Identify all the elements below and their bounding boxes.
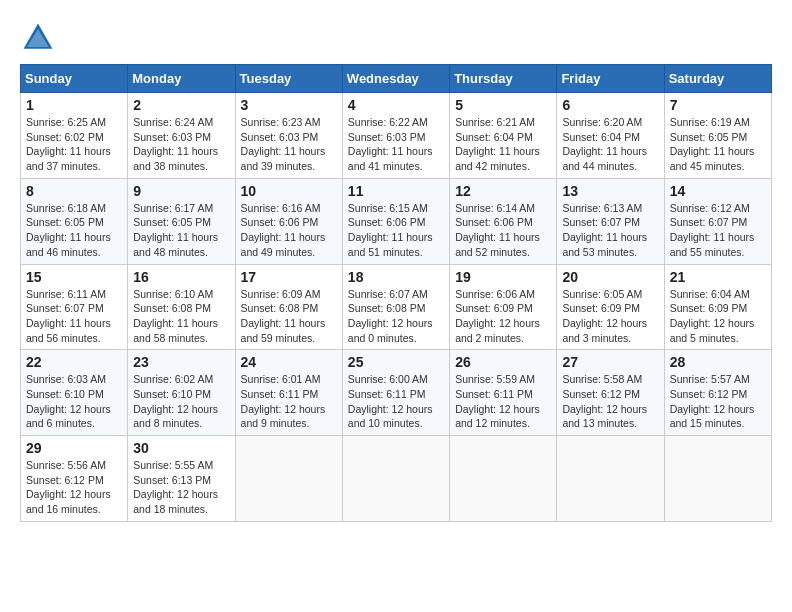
day-number: 19: [455, 269, 551, 285]
day-number: 15: [26, 269, 122, 285]
calendar-day-cell: 17 Sunrise: 6:09 AM Sunset: 6:08 PM Dayl…: [235, 264, 342, 350]
calendar-day-cell: 11 Sunrise: 6:15 AM Sunset: 6:06 PM Dayl…: [342, 178, 449, 264]
calendar-day-cell: 6 Sunrise: 6:20 AM Sunset: 6:04 PM Dayli…: [557, 93, 664, 179]
day-number: 8: [26, 183, 122, 199]
calendar-day-cell: 28 Sunrise: 5:57 AM Sunset: 6:12 PM Dayl…: [664, 350, 771, 436]
day-number: 13: [562, 183, 658, 199]
calendar-week-row: 8 Sunrise: 6:18 AM Sunset: 6:05 PM Dayli…: [21, 178, 772, 264]
day-info: Sunrise: 6:09 AM Sunset: 6:08 PM Dayligh…: [241, 287, 337, 346]
calendar-day-cell: 2 Sunrise: 6:24 AM Sunset: 6:03 PM Dayli…: [128, 93, 235, 179]
day-info: Sunrise: 6:24 AM Sunset: 6:03 PM Dayligh…: [133, 115, 229, 174]
calendar-day-cell: 3 Sunrise: 6:23 AM Sunset: 6:03 PM Dayli…: [235, 93, 342, 179]
weekday-header: Wednesday: [342, 65, 449, 93]
day-info: Sunrise: 6:05 AM Sunset: 6:09 PM Dayligh…: [562, 287, 658, 346]
day-number: 20: [562, 269, 658, 285]
day-info: Sunrise: 6:22 AM Sunset: 6:03 PM Dayligh…: [348, 115, 444, 174]
calendar-day-cell: 7 Sunrise: 6:19 AM Sunset: 6:05 PM Dayli…: [664, 93, 771, 179]
calendar-day-cell: [557, 436, 664, 522]
calendar-day-cell: 24 Sunrise: 6:01 AM Sunset: 6:11 PM Dayl…: [235, 350, 342, 436]
day-number: 21: [670, 269, 766, 285]
day-number: 25: [348, 354, 444, 370]
day-number: 3: [241, 97, 337, 113]
day-info: Sunrise: 6:02 AM Sunset: 6:10 PM Dayligh…: [133, 372, 229, 431]
day-number: 22: [26, 354, 122, 370]
calendar-day-cell: 26 Sunrise: 5:59 AM Sunset: 6:11 PM Dayl…: [450, 350, 557, 436]
day-info: Sunrise: 6:19 AM Sunset: 6:05 PM Dayligh…: [670, 115, 766, 174]
day-number: 9: [133, 183, 229, 199]
day-number: 7: [670, 97, 766, 113]
calendar-header-row: SundayMondayTuesdayWednesdayThursdayFrid…: [21, 65, 772, 93]
day-info: Sunrise: 6:18 AM Sunset: 6:05 PM Dayligh…: [26, 201, 122, 260]
day-number: 30: [133, 440, 229, 456]
calendar-day-cell: 9 Sunrise: 6:17 AM Sunset: 6:05 PM Dayli…: [128, 178, 235, 264]
day-info: Sunrise: 5:57 AM Sunset: 6:12 PM Dayligh…: [670, 372, 766, 431]
day-number: 5: [455, 97, 551, 113]
day-info: Sunrise: 6:11 AM Sunset: 6:07 PM Dayligh…: [26, 287, 122, 346]
calendar-week-row: 1 Sunrise: 6:25 AM Sunset: 6:02 PM Dayli…: [21, 93, 772, 179]
calendar-day-cell: 14 Sunrise: 6:12 AM Sunset: 6:07 PM Dayl…: [664, 178, 771, 264]
day-number: 16: [133, 269, 229, 285]
day-info: Sunrise: 6:21 AM Sunset: 6:04 PM Dayligh…: [455, 115, 551, 174]
calendar-day-cell: 16 Sunrise: 6:10 AM Sunset: 6:08 PM Dayl…: [128, 264, 235, 350]
day-number: 6: [562, 97, 658, 113]
calendar-day-cell: 29 Sunrise: 5:56 AM Sunset: 6:12 PM Dayl…: [21, 436, 128, 522]
calendar-day-cell: [235, 436, 342, 522]
calendar-day-cell: 13 Sunrise: 6:13 AM Sunset: 6:07 PM Dayl…: [557, 178, 664, 264]
day-info: Sunrise: 6:07 AM Sunset: 6:08 PM Dayligh…: [348, 287, 444, 346]
calendar-day-cell: 20 Sunrise: 6:05 AM Sunset: 6:09 PM Dayl…: [557, 264, 664, 350]
weekday-header: Thursday: [450, 65, 557, 93]
day-number: 24: [241, 354, 337, 370]
day-number: 26: [455, 354, 551, 370]
day-number: 11: [348, 183, 444, 199]
day-info: Sunrise: 6:20 AM Sunset: 6:04 PM Dayligh…: [562, 115, 658, 174]
day-number: 28: [670, 354, 766, 370]
day-number: 1: [26, 97, 122, 113]
calendar-day-cell: 25 Sunrise: 6:00 AM Sunset: 6:11 PM Dayl…: [342, 350, 449, 436]
calendar-week-row: 15 Sunrise: 6:11 AM Sunset: 6:07 PM Dayl…: [21, 264, 772, 350]
day-info: Sunrise: 5:56 AM Sunset: 6:12 PM Dayligh…: [26, 458, 122, 517]
calendar-day-cell: 4 Sunrise: 6:22 AM Sunset: 6:03 PM Dayli…: [342, 93, 449, 179]
calendar-day-cell: 22 Sunrise: 6:03 AM Sunset: 6:10 PM Dayl…: [21, 350, 128, 436]
page-header: [20, 20, 772, 56]
calendar-day-cell: 8 Sunrise: 6:18 AM Sunset: 6:05 PM Dayli…: [21, 178, 128, 264]
calendar-day-cell: [664, 436, 771, 522]
day-info: Sunrise: 6:23 AM Sunset: 6:03 PM Dayligh…: [241, 115, 337, 174]
calendar-day-cell: 5 Sunrise: 6:21 AM Sunset: 6:04 PM Dayli…: [450, 93, 557, 179]
calendar-day-cell: 15 Sunrise: 6:11 AM Sunset: 6:07 PM Dayl…: [21, 264, 128, 350]
weekday-header: Sunday: [21, 65, 128, 93]
day-info: Sunrise: 6:01 AM Sunset: 6:11 PM Dayligh…: [241, 372, 337, 431]
day-info: Sunrise: 6:06 AM Sunset: 6:09 PM Dayligh…: [455, 287, 551, 346]
day-number: 27: [562, 354, 658, 370]
logo-icon: [20, 20, 56, 56]
weekday-header: Tuesday: [235, 65, 342, 93]
weekday-header: Monday: [128, 65, 235, 93]
calendar-day-cell: 12 Sunrise: 6:14 AM Sunset: 6:06 PM Dayl…: [450, 178, 557, 264]
calendar-day-cell: 21 Sunrise: 6:04 AM Sunset: 6:09 PM Dayl…: [664, 264, 771, 350]
calendar-day-cell: 18 Sunrise: 6:07 AM Sunset: 6:08 PM Dayl…: [342, 264, 449, 350]
day-info: Sunrise: 6:10 AM Sunset: 6:08 PM Dayligh…: [133, 287, 229, 346]
calendar-day-cell: 23 Sunrise: 6:02 AM Sunset: 6:10 PM Dayl…: [128, 350, 235, 436]
logo: [20, 20, 60, 56]
weekday-header: Saturday: [664, 65, 771, 93]
calendar-day-cell: 19 Sunrise: 6:06 AM Sunset: 6:09 PM Dayl…: [450, 264, 557, 350]
day-info: Sunrise: 6:04 AM Sunset: 6:09 PM Dayligh…: [670, 287, 766, 346]
calendar-day-cell: 27 Sunrise: 5:58 AM Sunset: 6:12 PM Dayl…: [557, 350, 664, 436]
day-number: 14: [670, 183, 766, 199]
calendar-day-cell: 30 Sunrise: 5:55 AM Sunset: 6:13 PM Dayl…: [128, 436, 235, 522]
day-info: Sunrise: 5:55 AM Sunset: 6:13 PM Dayligh…: [133, 458, 229, 517]
day-number: 23: [133, 354, 229, 370]
day-number: 2: [133, 97, 229, 113]
day-info: Sunrise: 5:59 AM Sunset: 6:11 PM Dayligh…: [455, 372, 551, 431]
day-info: Sunrise: 6:12 AM Sunset: 6:07 PM Dayligh…: [670, 201, 766, 260]
day-number: 29: [26, 440, 122, 456]
calendar-day-cell: [342, 436, 449, 522]
day-info: Sunrise: 6:03 AM Sunset: 6:10 PM Dayligh…: [26, 372, 122, 431]
day-number: 17: [241, 269, 337, 285]
day-number: 18: [348, 269, 444, 285]
day-info: Sunrise: 6:13 AM Sunset: 6:07 PM Dayligh…: [562, 201, 658, 260]
calendar-week-row: 29 Sunrise: 5:56 AM Sunset: 6:12 PM Dayl…: [21, 436, 772, 522]
day-info: Sunrise: 6:25 AM Sunset: 6:02 PM Dayligh…: [26, 115, 122, 174]
calendar-day-cell: [450, 436, 557, 522]
day-number: 4: [348, 97, 444, 113]
calendar-week-row: 22 Sunrise: 6:03 AM Sunset: 6:10 PM Dayl…: [21, 350, 772, 436]
